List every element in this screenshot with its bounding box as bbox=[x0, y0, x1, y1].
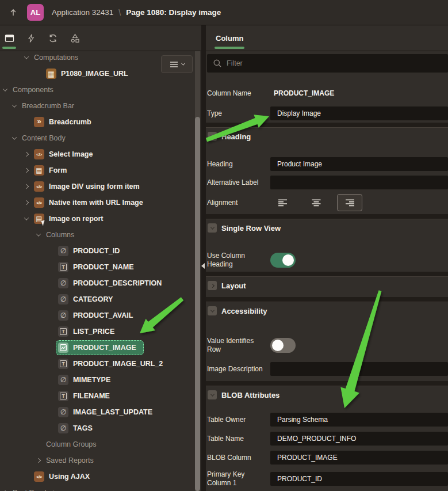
tree-scrollbar-thumb[interactable] bbox=[195, 117, 200, 491]
chevron-right-icon[interactable] bbox=[25, 153, 34, 156]
tree-item-label: Columns bbox=[46, 231, 74, 239]
tree-item-image-div-using-form-item[interactable]: </>Image DIV using form item bbox=[0, 178, 195, 195]
chevron-down-icon bbox=[181, 62, 185, 66]
shared-components-tab-icon[interactable] bbox=[67, 27, 83, 49]
tree-item-label: PRODUCT_IMAGE bbox=[73, 344, 136, 352]
tree-item-column-groups[interactable]: Column Groups bbox=[0, 436, 195, 452]
property-body: Column Name PRODUCT_IMAGE Type Display I… bbox=[206, 73, 448, 491]
tab-column[interactable]: Column bbox=[215, 25, 244, 51]
hidden-icon: ∅ bbox=[58, 294, 68, 305]
text-icon: T bbox=[58, 359, 68, 369]
heading-input[interactable] bbox=[270, 157, 448, 171]
tree-item-category[interactable]: ∅CATEGORY bbox=[0, 291, 195, 307]
section-divider bbox=[206, 214, 448, 219]
field-column-name: Column Name PRODUCT_IMAGE bbox=[206, 86, 448, 100]
field-heading: Heading bbox=[206, 157, 448, 171]
column-name-value: PRODUCT_IMAGE bbox=[274, 89, 334, 97]
tree-item-filename[interactable]: TFILENAME bbox=[0, 388, 195, 404]
tree-item-product-name[interactable]: TPRODUCT_NAME bbox=[0, 259, 195, 275]
chevron-right-icon[interactable] bbox=[25, 185, 34, 188]
field-use-column-heading: Use Column Heading bbox=[206, 252, 448, 269]
tree-item-label: PRODUCT_IMAGE_URL_2 bbox=[73, 360, 163, 368]
value-identifies-row-toggle[interactable] bbox=[270, 338, 296, 353]
tree-item-post-rendering[interactable]: Post Rendering bbox=[0, 485, 195, 491]
tree-item-native-item-with-url-image[interactable]: </>Native item with URL Image bbox=[0, 195, 195, 211]
breadcrumb-icon: » bbox=[34, 117, 44, 127]
use-column-heading-toggle[interactable] bbox=[270, 253, 296, 268]
tree-item-label: Breadcrumb Bar bbox=[22, 102, 74, 110]
section-heading: Heading bbox=[206, 128, 448, 145]
tree-item-label: MIMETYPE bbox=[73, 376, 110, 384]
calc-icon: ▦ bbox=[46, 68, 56, 79]
chevron-down-icon[interactable] bbox=[37, 233, 46, 237]
chevron-down-icon[interactable] bbox=[13, 104, 22, 108]
primary-key-column-1-input[interactable] bbox=[270, 472, 448, 486]
field-value-identifies-row: Value Identifies Row bbox=[206, 337, 448, 354]
tree-item-breadcrumb-bar[interactable]: Breadcrumb Bar bbox=[0, 98, 195, 114]
chevron-down-icon[interactable] bbox=[25, 56, 34, 59]
tree-menu-button[interactable] bbox=[161, 55, 193, 73]
section-divider bbox=[206, 381, 448, 386]
hidden-icon: ∅ bbox=[58, 407, 68, 417]
tree-item-breadcrumb[interactable]: »Breadcrumb bbox=[0, 114, 195, 130]
tree-item-label: Post Rendering bbox=[13, 489, 62, 491]
chevron-right-icon[interactable] bbox=[25, 201, 34, 204]
collapse-section-button[interactable] bbox=[208, 132, 217, 141]
align-right-button[interactable] bbox=[337, 194, 362, 211]
tree-item-tags[interactable]: ∅TAGS bbox=[0, 420, 195, 436]
tree-item-product-description[interactable]: ∅PRODUCT_DESCRIPTION bbox=[0, 275, 195, 291]
chevron-down-icon[interactable] bbox=[3, 88, 13, 92]
chevron-down-icon[interactable] bbox=[13, 136, 22, 140]
filter-input[interactable] bbox=[227, 59, 448, 67]
collapse-panel-handle[interactable] bbox=[201, 262, 206, 269]
breadcrumb-page-title[interactable]: Page 1080: Display image bbox=[126, 8, 221, 17]
rendering-tab-icon[interactable] bbox=[1, 27, 17, 49]
collapse-section-button[interactable] bbox=[208, 306, 217, 315]
tree-item-using-ajax[interactable]: </>Using AJAX bbox=[0, 469, 195, 485]
text-icon: T bbox=[58, 262, 68, 272]
tree-item-product-image-url-2[interactable]: TPRODUCT_IMAGE_URL_2 bbox=[0, 356, 195, 372]
expand-section-button[interactable] bbox=[208, 281, 217, 290]
processing-tab-icon[interactable] bbox=[45, 27, 61, 49]
field-primary-key-column-1: Primary Key Column 1 bbox=[206, 470, 448, 488]
collapse-section-button[interactable] bbox=[208, 390, 217, 399]
up-arrow-icon[interactable] bbox=[7, 6, 20, 19]
tree-item-content-body[interactable]: Content Body bbox=[0, 130, 195, 146]
table-owner-select[interactable]: Parsing Schema bbox=[270, 413, 448, 427]
dynamic-actions-tab-icon[interactable] bbox=[23, 27, 39, 49]
tree-item-list-price[interactable]: TLIST_PRICE bbox=[0, 323, 195, 340]
tree-item-image-last-update[interactable]: ∅IMAGE_LAST_UPDATE bbox=[0, 404, 195, 420]
collapse-section-button[interactable] bbox=[208, 223, 217, 233]
image-description-input[interactable] bbox=[270, 362, 448, 376]
code-icon: </> bbox=[34, 181, 44, 192]
app-logo[interactable]: AL bbox=[27, 4, 44, 21]
selected-tree-item-box: PRODUCT_IMAGE bbox=[56, 340, 144, 355]
align-left-button[interactable] bbox=[270, 194, 296, 211]
tree-item-columns[interactable]: Columns bbox=[0, 227, 195, 243]
tree-item-mimetype[interactable]: ∅MIMETYPE bbox=[0, 372, 195, 388]
tree-item-saved-reports[interactable]: Saved Reports bbox=[0, 452, 195, 469]
tree-item-product-avail[interactable]: ∅PRODUCT_AVAIL bbox=[0, 307, 195, 323]
blob-column-input[interactable] bbox=[270, 451, 448, 465]
chevron-right-icon[interactable] bbox=[37, 459, 46, 462]
breadcrumb-application[interactable]: Application 32431 bbox=[52, 8, 113, 17]
tree-item-image-on-report[interactable]: ▤Image on report bbox=[0, 211, 195, 227]
code-icon: </> bbox=[34, 149, 44, 159]
type-select[interactable]: Display Image bbox=[270, 106, 448, 120]
tree-item-label: P1080_IMAGE_URL bbox=[61, 70, 128, 78]
tree-item-label: Select Image bbox=[49, 150, 93, 158]
panel-splitter[interactable] bbox=[201, 25, 206, 491]
tree-item-product-id[interactable]: ∅PRODUCT_ID bbox=[0, 243, 195, 259]
tree-item-form[interactable]: ▤Form bbox=[0, 162, 195, 178]
tree-item-label: Image DIV using form item bbox=[49, 182, 140, 191]
tree-item-select-image[interactable]: </>Select Image bbox=[0, 146, 195, 162]
chevron-down-icon[interactable] bbox=[25, 217, 34, 220]
tree-item-product-image[interactable]: PRODUCT_IMAGE bbox=[0, 340, 195, 356]
table-name-input[interactable] bbox=[270, 432, 448, 446]
align-center-button[interactable] bbox=[304, 194, 329, 211]
chevron-right-icon[interactable] bbox=[25, 169, 34, 172]
alternative-label-input[interactable] bbox=[270, 176, 448, 189]
tree-item-label: Native item with URL Image bbox=[49, 199, 143, 207]
section-divider bbox=[206, 272, 448, 277]
tree-item-components[interactable]: Components bbox=[0, 82, 195, 98]
